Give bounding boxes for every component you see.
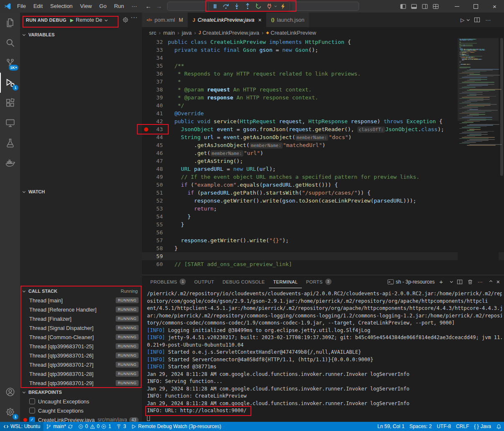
breakpoint-row[interactable]: Uncaught Exceptions — [20, 397, 142, 406]
activity-docker[interactable] — [0, 153, 20, 173]
remote-indicator[interactable]: WSL: Ubuntu — [0, 422, 43, 431]
step-over-button[interactable] — [220, 2, 231, 11]
git-branch[interactable]: main* — [43, 422, 76, 431]
checkbox[interactable] — [29, 398, 35, 404]
customize-layout-icon[interactable] — [433, 3, 439, 10]
debug-config-dropdown[interactable]: ▶ Remote De — [70, 17, 107, 23]
language-mode[interactable]: { }Java — [471, 422, 494, 431]
breakpoint-gutter[interactable] — [142, 133, 149, 141]
breakpoint-gutter[interactable] — [142, 117, 149, 125]
toggle-panel-icon[interactable] — [411, 3, 417, 10]
thread-row[interactable]: Thread [qtp399683701-29]RUNNING — [20, 378, 142, 388]
breakpoint-gutter[interactable] — [142, 189, 149, 197]
kill-terminal-icon[interactable] — [467, 279, 473, 285]
activity-search[interactable] — [0, 33, 20, 53]
checkbox[interactable] — [29, 408, 35, 413]
breakpoint-gutter[interactable] — [142, 244, 149, 252]
breakpoint-gutter[interactable] — [142, 125, 149, 133]
activity-accounts[interactable] — [0, 382, 20, 402]
breakpoint-gutter[interactable] — [142, 228, 149, 236]
toggle-sidebar-icon[interactable] — [400, 3, 406, 10]
thread-row[interactable]: Thread [Signal Dispatcher]RUNNING — [20, 323, 142, 332]
minimap[interactable] — [458, 38, 499, 275]
breakpoint-gutter[interactable] — [142, 252, 149, 260]
activity-source-control[interactable]: 1K+ — [0, 53, 20, 73]
breakpoint-gutter[interactable] — [142, 157, 149, 165]
menu-edit[interactable]: Edit — [30, 0, 46, 13]
thread-row[interactable]: Thread [qtp399683701-26]RUNNING — [20, 351, 142, 360]
panel-tab-terminal[interactable]: TERMINAL — [269, 275, 302, 288]
sidebar-more-actions[interactable]: ··· — [131, 14, 138, 20]
pause-button[interactable] — [210, 2, 220, 11]
breakpoint-gutter[interactable] — [142, 221, 149, 228]
thread-row[interactable]: Thread [qtp399683701-25]RUNNING — [20, 342, 142, 351]
restart-button[interactable] — [253, 2, 264, 11]
editor-scrollbar[interactable] — [499, 38, 504, 275]
panel-tab-output[interactable]: OUTPUT — [190, 275, 218, 288]
breakpoint-gutter[interactable] — [142, 181, 149, 189]
breakpoint-gutter[interactable] — [142, 101, 149, 109]
code-editor[interactable]: 32public class CreateLinkPreview impleme… — [142, 38, 504, 275]
debug-session[interactable]: Remote Debug Watch (3p-resources) — [129, 422, 224, 431]
panel-tab-ports[interactable]: PORTS3 — [302, 275, 336, 288]
breakpoint-gutter[interactable] — [142, 109, 149, 117]
menu-go[interactable]: Go — [96, 0, 110, 13]
tab-createlinkpreview-java[interactable]: JCreateLinkPreview.java× — [188, 13, 266, 27]
activity-run-and-debug[interactable]: 1 — [0, 73, 20, 93]
step-out-button[interactable] — [242, 2, 253, 11]
split-terminal-icon[interactable] — [457, 279, 463, 285]
run-java-button[interactable]: ▷ — [461, 17, 469, 23]
close-icon[interactable]: × — [485, 0, 504, 13]
breakpoint-row[interactable]: ✓CreateLinkPreview.javasrc/main/java43 — [20, 415, 142, 422]
close-panel-icon[interactable]: × — [496, 279, 500, 285]
breakpoint-gutter[interactable] — [142, 46, 149, 54]
editor-more-actions[interactable]: ··· — [485, 17, 491, 23]
menu-more[interactable]: ··· — [128, 0, 141, 13]
terminal-instance[interactable]: >_ sh - 3p-resources — [387, 279, 435, 285]
watch-section-header[interactable]: WATCH — [20, 187, 142, 196]
thread-row[interactable]: Thread [main]RUNNING — [20, 296, 142, 305]
breakpoint-gutter[interactable] — [142, 236, 149, 244]
breakpoint-row[interactable]: Caught Exceptions — [20, 406, 142, 415]
scrollbar-thumb[interactable] — [500, 38, 503, 176]
start-debug-icon[interactable]: ▶ — [70, 18, 73, 23]
breakpoint-gutter[interactable] — [142, 213, 149, 221]
breadcrumb-item[interactable]: src — [149, 30, 156, 36]
activity-remote-explorer[interactable] — [0, 113, 20, 133]
activity-explorer[interactable] — [0, 13, 20, 33]
menu-selection[interactable]: Selection — [46, 0, 76, 13]
breadcrumb-item[interactable]: java — [182, 30, 192, 36]
panel-more-actions[interactable]: ··· — [478, 279, 483, 285]
breadcrumb-item[interactable]: ◆CreateLinkPreview — [266, 30, 316, 36]
breakpoint-gutter[interactable] — [142, 173, 149, 181]
step-into-button[interactable] — [231, 2, 242, 11]
hot-code-replace-button[interactable] — [278, 2, 289, 11]
activity-extensions[interactable] — [0, 93, 20, 113]
split-editor-icon[interactable] — [474, 17, 480, 23]
debug-settings-gear-icon[interactable] — [122, 17, 129, 23]
breakpoint-gutter[interactable] — [142, 141, 149, 149]
breadcrumb-item[interactable]: main — [163, 30, 175, 36]
maximize-icon[interactable] — [466, 0, 485, 13]
eol[interactable]: CRLF — [453, 422, 471, 431]
notifications[interactable] — [494, 422, 504, 431]
thread-row[interactable]: Thread [Reference Handler]RUNNING — [20, 305, 142, 314]
panel-tab-debug-console[interactable]: DEBUG CONSOLE — [218, 275, 269, 288]
terminal-dropdown-icon[interactable] — [450, 280, 453, 283]
variables-section-header[interactable]: VARIABLES — [20, 30, 142, 39]
panel-tab-problems[interactable]: PROBLEMS1 — [146, 275, 190, 288]
terminal-content[interactable]: /pierrick/.m2/repository/io/cloudevents/… — [147, 290, 502, 421]
indentation[interactable]: Spaces: 2 — [407, 422, 434, 431]
thread-row[interactable]: Thread [Common-Cleaner]RUNNING — [20, 332, 142, 342]
minimize-icon[interactable] — [448, 0, 466, 13]
breakpoint-gutter[interactable] — [142, 205, 149, 213]
thread-row[interactable]: Thread [qtp399683701-28]RUNNING — [20, 369, 142, 378]
breakpoint-gutter[interactable] — [142, 62, 149, 70]
breakpoint-gutter[interactable] — [142, 197, 149, 205]
breadcrumb-item[interactable]: JCreateLinkPreview.java — [198, 30, 259, 36]
thread-row[interactable]: Thread [Finalizer]RUNNING — [20, 314, 142, 323]
maximize-panel-icon[interactable] — [489, 280, 492, 283]
menu-run[interactable]: Run — [110, 0, 128, 13]
breakpoint-icon[interactable] — [144, 127, 148, 132]
tab-launch-json[interactable]: {}launch.json — [266, 13, 309, 27]
